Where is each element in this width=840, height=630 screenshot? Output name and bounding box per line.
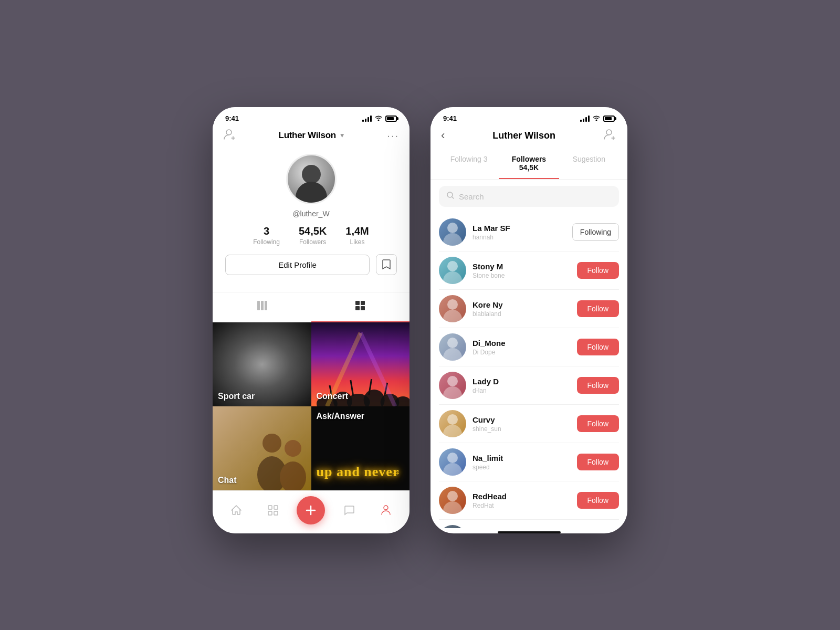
- dropdown-arrow[interactable]: ▼: [339, 132, 345, 139]
- svg-rect-2: [261, 301, 264, 310]
- post-askanswer[interactable]: Ask/Answer up and never →: [311, 406, 410, 490]
- status-bar-right: 9:41: [430, 107, 627, 125]
- svg-point-21: [285, 440, 301, 457]
- svg-point-28: [606, 130, 612, 135]
- likes-label: Likes: [345, 238, 369, 246]
- post-concert-label: Concert: [317, 392, 348, 401]
- nav-add-button[interactable]: [297, 496, 325, 524]
- follow-button-nalimit[interactable]: Follow: [577, 454, 619, 470]
- follower-name-kore: Kore Ny: [472, 300, 571, 309]
- follow-button-kore[interactable]: Follow: [577, 300, 619, 317]
- follower-avatar-curvy: [439, 410, 466, 437]
- profile-section: @luther_W 3 Following 54,5K Followers 1,…: [213, 149, 410, 284]
- svg-rect-23: [268, 506, 272, 509]
- tab-following[interactable]: Following 3: [439, 149, 499, 179]
- followers-stat: 54,5K Followers: [299, 225, 327, 246]
- home-indicator-right: [498, 531, 561, 533]
- nav-explore-button[interactable]: [260, 502, 286, 519]
- post-chat[interactable]: Chat: [213, 406, 311, 490]
- svg-point-19: [262, 434, 281, 453]
- search-bar[interactable]: Search: [439, 186, 619, 207]
- search-icon: [446, 191, 455, 202]
- follower-item-redhead: RedHead RedHat Follow: [439, 481, 619, 520]
- avatar: [286, 154, 337, 204]
- likes-count: 1,4M: [345, 225, 369, 237]
- username-label: @luther_W: [292, 209, 329, 218]
- follower-handle-kore: blablaland: [472, 310, 571, 318]
- edit-profile-button[interactable]: Edit Profile: [225, 255, 370, 275]
- follower-item-kore: Kore Ny blablaland Follow: [439, 290, 619, 328]
- follower-handle-stony: Stone bone: [472, 272, 571, 279]
- post-sportcar[interactable]: Sport car: [213, 322, 311, 406]
- neon-arrow: →: [391, 467, 401, 479]
- nav-profile-button[interactable]: [373, 502, 398, 519]
- post-askanswer-label: Ask/Answer: [317, 412, 365, 421]
- tab-list-view[interactable]: [213, 292, 311, 322]
- bookmark-button[interactable]: [376, 254, 397, 275]
- follower-item-stony: Stony M Stone bone Follow: [439, 251, 619, 290]
- post-chat-label: Chat: [218, 476, 237, 485]
- back-button[interactable]: ‹: [441, 129, 445, 142]
- add-user-button-right[interactable]: [603, 128, 617, 143]
- svg-point-27: [384, 506, 388, 510]
- follower-info-stony: Stony M Stone bone: [472, 262, 571, 279]
- time-right: 9:41: [443, 114, 457, 122]
- more-options-button[interactable]: ···: [387, 130, 399, 142]
- post-concert[interactable]: Concert: [311, 322, 410, 406]
- right-header-title: Luther Wilson: [492, 130, 555, 141]
- follower-avatar-lamar: [439, 218, 466, 246]
- tab-followers[interactable]: Followers 54,5K: [499, 149, 559, 179]
- follow-button-ladyd[interactable]: Follow: [577, 377, 619, 394]
- left-header-title: Luther Wilson: [279, 130, 336, 141]
- follower-info-redhead: RedHead RedHat: [472, 492, 571, 509]
- battery-fill: [387, 117, 394, 120]
- signal-bar-2: [365, 119, 366, 122]
- follow-button-dimone[interactable]: Follow: [577, 339, 619, 355]
- tab-following-label: Following 3: [450, 155, 488, 163]
- follower-item-curvy: Curvy shine_sun Follow: [439, 405, 619, 443]
- follower-info-kore: Kore Ny blablaland: [472, 300, 571, 318]
- follower-item-dimone: Di_Mone Di Dope Follow: [439, 328, 619, 366]
- status-icons-right: [580, 114, 615, 122]
- following-button-lamar[interactable]: Following: [572, 223, 619, 241]
- follower-name-curvy: Curvy: [472, 415, 571, 424]
- follower-name-redhead: RedHead: [472, 492, 571, 501]
- svg-rect-25: [268, 511, 272, 515]
- search-input[interactable]: Search: [459, 192, 612, 201]
- following-stat: 3 Following: [253, 225, 280, 246]
- list-view-icon: [256, 300, 268, 314]
- nav-messages-button[interactable]: [337, 502, 362, 519]
- add-user-button[interactable]: [223, 128, 237, 143]
- tab-grid-view[interactable]: [311, 292, 410, 322]
- svg-rect-24: [274, 506, 278, 509]
- left-header: Luther Wilson ▼ ···: [213, 125, 410, 149]
- right-header: ‹ Luther Wilson: [430, 125, 627, 149]
- follower-avatar-stony: [439, 257, 466, 284]
- neon-text: up and never: [317, 464, 400, 480]
- followers-label: Followers: [299, 238, 327, 246]
- signal-bar-1: [362, 120, 364, 122]
- right-phone: 9:41 ‹ Luther: [430, 107, 627, 533]
- followers-count: 54,5K: [299, 225, 327, 237]
- follower-handle-ladyd: d-lan: [472, 387, 571, 394]
- follow-button-stony[interactable]: Follow: [577, 262, 619, 279]
- follower-avatar-karlosss: [439, 525, 466, 528]
- following-label: Following: [253, 238, 280, 246]
- followers-tabs: Following 3 Followers 54,5K Sugestion: [430, 149, 627, 180]
- follower-handle-curvy: shine_sun: [472, 425, 571, 433]
- bottom-nav: [213, 490, 410, 533]
- tab-suggestion[interactable]: Sugestion: [559, 149, 619, 179]
- svg-rect-6: [355, 306, 360, 310]
- profile-actions: Edit Profile: [213, 254, 410, 275]
- wifi-icon: [374, 114, 383, 122]
- left-phone: 9:41: [213, 107, 410, 533]
- follow-button-redhead[interactable]: Follow: [577, 492, 619, 509]
- nav-home-button[interactable]: [224, 502, 249, 519]
- battery-icon: [385, 116, 397, 122]
- signal-icon-right: [580, 116, 590, 122]
- signal-bar-4: [370, 116, 372, 122]
- follower-name-lamar: La Mar SF: [472, 224, 566, 233]
- follower-avatar-redhead: [439, 487, 466, 514]
- follow-button-curvy[interactable]: Follow: [577, 415, 619, 432]
- follower-avatar-kore: [439, 295, 466, 322]
